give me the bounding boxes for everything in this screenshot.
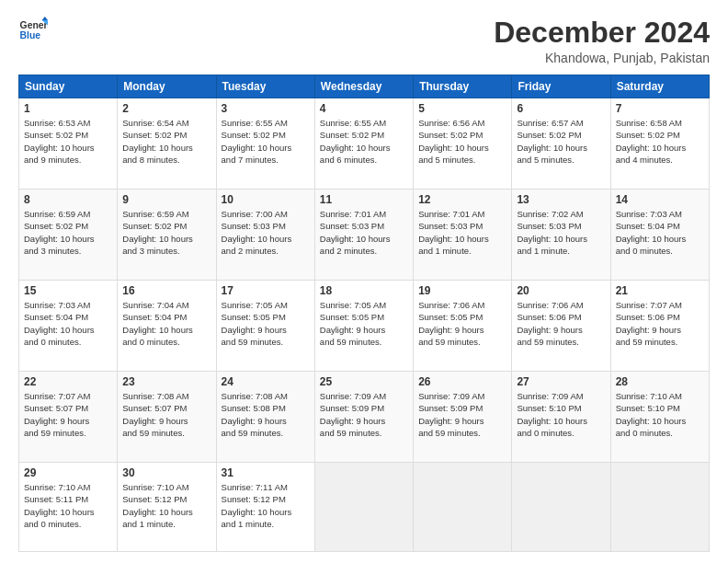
cell-info: Daylight: 10 hours bbox=[418, 233, 506, 245]
table-row: 18Sunrise: 7:05 AMSunset: 5:05 PMDayligh… bbox=[314, 281, 413, 372]
col-tuesday: Tuesday bbox=[216, 75, 314, 98]
cell-info: Sunrise: 7:01 AM bbox=[320, 208, 408, 220]
title-block: December 2024 Khandowa, Punjab, Pakistan bbox=[494, 17, 710, 65]
day-number: 27 bbox=[517, 375, 605, 388]
day-number: 15 bbox=[24, 284, 112, 297]
cell-info: Daylight: 9 hours bbox=[320, 415, 408, 427]
table-row: 26Sunrise: 7:09 AMSunset: 5:09 PMDayligh… bbox=[414, 372, 512, 463]
cell-info: and 0 minutes. bbox=[122, 336, 210, 348]
cell-info: Sunset: 5:02 PM bbox=[222, 129, 310, 141]
cell-info: Sunrise: 6:55 AM bbox=[320, 117, 408, 129]
cell-info: Daylight: 9 hours bbox=[418, 415, 506, 427]
cell-info: Daylight: 10 hours bbox=[122, 506, 210, 518]
cell-info: Daylight: 10 hours bbox=[616, 142, 704, 154]
cell-info: Sunset: 5:05 PM bbox=[222, 311, 310, 323]
table-row bbox=[414, 463, 512, 552]
cell-info: and 0 minutes. bbox=[24, 336, 112, 348]
month-title: December 2024 bbox=[494, 17, 710, 49]
cell-info: Daylight: 10 hours bbox=[24, 506, 112, 518]
table-row: 17Sunrise: 7:05 AMSunset: 5:05 PMDayligh… bbox=[216, 281, 314, 372]
cell-info: and 1 minute. bbox=[122, 518, 210, 530]
day-number: 8 bbox=[24, 193, 112, 206]
cell-info: Sunrise: 7:08 AM bbox=[122, 390, 210, 402]
day-number: 7 bbox=[616, 102, 704, 115]
day-number: 14 bbox=[616, 193, 704, 206]
cell-info: Daylight: 10 hours bbox=[24, 233, 112, 245]
cell-info: Daylight: 9 hours bbox=[517, 324, 605, 336]
table-row: 3Sunrise: 6:55 AMSunset: 5:02 PMDaylight… bbox=[216, 98, 314, 190]
cell-info: Daylight: 10 hours bbox=[320, 142, 408, 154]
table-row bbox=[512, 463, 610, 552]
day-number: 26 bbox=[418, 375, 506, 388]
table-row: 15Sunrise: 7:03 AMSunset: 5:04 PMDayligh… bbox=[19, 281, 118, 372]
cell-info: Daylight: 10 hours bbox=[418, 142, 506, 154]
cell-info: Daylight: 10 hours bbox=[222, 233, 310, 245]
table-row: 13Sunrise: 7:02 AMSunset: 5:03 PMDayligh… bbox=[512, 190, 610, 281]
day-number: 19 bbox=[418, 284, 506, 297]
col-wednesday: Wednesday bbox=[314, 75, 413, 98]
cell-info: and 59 minutes. bbox=[418, 336, 506, 348]
cell-info: Sunset: 5:03 PM bbox=[320, 220, 408, 232]
day-number: 1 bbox=[24, 102, 112, 115]
cell-info: Sunset: 5:02 PM bbox=[517, 129, 605, 141]
cell-info: Sunset: 5:09 PM bbox=[320, 402, 408, 414]
table-row: 16Sunrise: 7:04 AMSunset: 5:04 PMDayligh… bbox=[118, 281, 216, 372]
cell-info: Sunrise: 6:57 AM bbox=[517, 117, 605, 129]
day-number: 10 bbox=[222, 193, 310, 206]
cell-info: Sunset: 5:04 PM bbox=[122, 311, 210, 323]
cell-info: and 59 minutes. bbox=[222, 336, 310, 348]
cell-info: Sunrise: 7:07 AM bbox=[24, 390, 112, 402]
table-row: 1Sunrise: 6:53 AMSunset: 5:02 PMDaylight… bbox=[19, 98, 118, 190]
cell-info: Sunset: 5:11 PM bbox=[24, 493, 112, 505]
day-number: 30 bbox=[122, 466, 210, 479]
svg-marker-2 bbox=[42, 17, 48, 20]
table-row: 23Sunrise: 7:08 AMSunset: 5:07 PMDayligh… bbox=[118, 372, 216, 463]
cell-info: Sunrise: 7:10 AM bbox=[122, 481, 210, 493]
day-number: 18 bbox=[320, 284, 408, 297]
table-row: 9Sunrise: 6:59 AMSunset: 5:02 PMDaylight… bbox=[118, 190, 216, 281]
location: Khandowa, Punjab, Pakistan bbox=[494, 51, 710, 65]
cell-info: Sunset: 5:08 PM bbox=[222, 402, 310, 414]
col-saturday: Saturday bbox=[610, 75, 709, 98]
table-row: 2Sunrise: 6:54 AMSunset: 5:02 PMDaylight… bbox=[118, 98, 216, 190]
cell-info: Daylight: 10 hours bbox=[222, 506, 310, 518]
cell-info: Sunset: 5:06 PM bbox=[616, 311, 704, 323]
cell-info: and 7 minutes. bbox=[222, 154, 310, 166]
day-number: 5 bbox=[418, 102, 506, 115]
cell-info: Daylight: 10 hours bbox=[122, 142, 210, 154]
cell-info: and 59 minutes. bbox=[418, 427, 506, 439]
logo: General Blue bbox=[18, 17, 48, 42]
cell-info: Daylight: 10 hours bbox=[122, 233, 210, 245]
logo-icon: General Blue bbox=[18, 17, 48, 42]
cell-info: Sunset: 5:03 PM bbox=[418, 220, 506, 232]
table-row: 24Sunrise: 7:08 AMSunset: 5:08 PMDayligh… bbox=[216, 372, 314, 463]
cell-info: Sunset: 5:07 PM bbox=[24, 402, 112, 414]
cell-info: Sunrise: 7:06 AM bbox=[418, 299, 506, 311]
cell-info: Daylight: 9 hours bbox=[24, 415, 112, 427]
cell-info: Sunrise: 7:09 AM bbox=[320, 390, 408, 402]
day-number: 28 bbox=[616, 375, 704, 388]
cell-info: and 5 minutes. bbox=[418, 154, 506, 166]
cell-info: Daylight: 9 hours bbox=[616, 324, 704, 336]
cell-info: and 8 minutes. bbox=[122, 154, 210, 166]
cell-info: Sunrise: 6:59 AM bbox=[122, 208, 210, 220]
cell-info: Daylight: 9 hours bbox=[222, 415, 310, 427]
day-number: 13 bbox=[517, 193, 605, 206]
cell-info: and 59 minutes. bbox=[122, 427, 210, 439]
cell-info: Sunrise: 6:56 AM bbox=[418, 117, 506, 129]
day-number: 29 bbox=[24, 466, 112, 479]
cell-info: and 59 minutes. bbox=[222, 427, 310, 439]
table-row: 31Sunrise: 7:11 AMSunset: 5:12 PMDayligh… bbox=[216, 463, 314, 552]
cell-info: Daylight: 9 hours bbox=[222, 324, 310, 336]
day-number: 21 bbox=[616, 284, 704, 297]
cell-info: Sunrise: 7:05 AM bbox=[320, 299, 408, 311]
cell-info: Sunset: 5:09 PM bbox=[418, 402, 506, 414]
cell-info: and 59 minutes. bbox=[517, 336, 605, 348]
table-row: 10Sunrise: 7:00 AMSunset: 5:03 PMDayligh… bbox=[216, 190, 314, 281]
cell-info: Sunrise: 7:02 AM bbox=[517, 208, 605, 220]
table-row: 21Sunrise: 7:07 AMSunset: 5:06 PMDayligh… bbox=[610, 281, 709, 372]
table-row: 6Sunrise: 6:57 AMSunset: 5:02 PMDaylight… bbox=[512, 98, 610, 190]
day-number: 11 bbox=[320, 193, 408, 206]
table-row: 22Sunrise: 7:07 AMSunset: 5:07 PMDayligh… bbox=[19, 372, 118, 463]
cell-info: Sunset: 5:10 PM bbox=[517, 402, 605, 414]
